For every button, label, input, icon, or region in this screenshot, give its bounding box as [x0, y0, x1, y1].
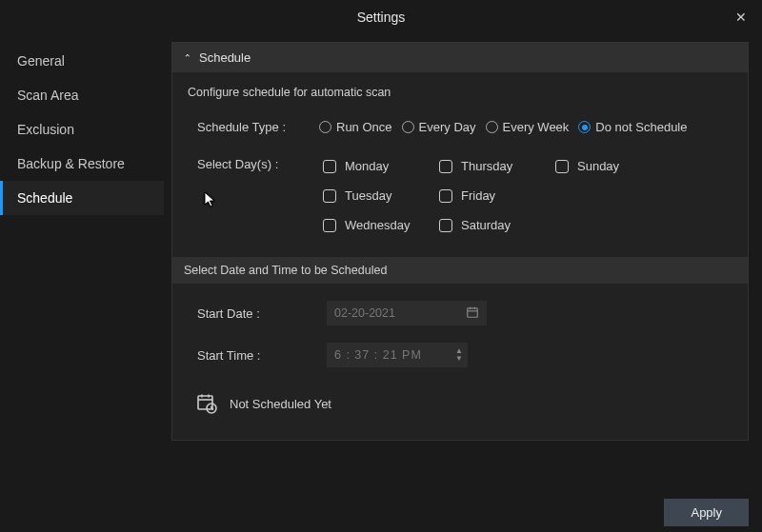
schedule-section-header[interactable]: ⌄ Schedule [172, 43, 748, 72]
radio-every-week[interactable]: Every Week [486, 120, 570, 134]
day-label-sunday: Sunday [577, 159, 619, 173]
checkbox-icon [323, 189, 336, 203]
day-label-thursday: Thursday [461, 159, 512, 173]
schedule-status-icon [195, 392, 218, 415]
chevron-up-icon: ⌄ [184, 52, 191, 63]
radio-icon [578, 121, 591, 133]
radio-label-do-not: Do not Schedule [595, 120, 687, 134]
checkbox-icon [323, 160, 336, 173]
schedule-type-group: Run Once Every Day Every Week Do no [319, 120, 692, 134]
time-spinner[interactable]: ▲ ▼ [455, 347, 464, 363]
schedule-panel: ⌄ Schedule Configure schedule for automa… [171, 42, 749, 441]
checkbox-wednesday[interactable]: Wednesday [323, 210, 439, 240]
day-label-wednesday: Wednesday [345, 218, 410, 232]
sidebar-item-exclusion[interactable]: Exclusion [0, 112, 164, 147]
checkbox-icon [555, 160, 569, 173]
day-label-saturday: Saturday [461, 218, 511, 232]
checkbox-icon [323, 219, 336, 232]
window-title: Settings [357, 10, 406, 25]
sidebar-item-scan-area[interactable]: Scan Area [0, 78, 164, 112]
checkbox-tuesday[interactable]: Tuesday [323, 181, 439, 210]
start-date-label: Start Date : [197, 306, 302, 321]
radio-icon [402, 121, 414, 133]
day-label-monday: Monday [345, 159, 389, 173]
radio-do-not-schedule[interactable]: Do not Schedule [578, 120, 687, 134]
sidebar-item-schedule[interactable]: Schedule [0, 181, 164, 215]
radio-icon [319, 121, 331, 133]
checkbox-icon [439, 189, 452, 203]
day-label-tuesday: Tuesday [345, 188, 391, 203]
start-date-value: 02-20-2021 [334, 306, 395, 320]
radio-label-every-week: Every Week [503, 120, 570, 134]
apply-button[interactable]: Apply [664, 499, 749, 526]
radio-label-run-once: Run Once [336, 120, 392, 134]
sidebar: General Scan Area Exclusion Backup & Res… [0, 34, 164, 532]
start-time-label: Start Time : [197, 348, 302, 363]
radio-every-day[interactable]: Every Day [402, 120, 476, 134]
start-time-input[interactable]: 6 : 37 : 21 PM ▲ ▼ [327, 343, 468, 367]
sidebar-item-backup-restore[interactable]: Backup & Restore [0, 147, 164, 181]
checkbox-friday[interactable]: Friday [439, 181, 555, 210]
radio-label-every-day: Every Day [419, 120, 476, 134]
spinner-down-icon[interactable]: ▼ [455, 355, 464, 363]
checkbox-monday[interactable]: Monday [323, 151, 439, 181]
datetime-section-header: Select Date and Time to be Scheduled [172, 257, 748, 284]
start-time-value: 6 : 37 : 21 PM [334, 348, 422, 362]
checkbox-sunday[interactable]: Sunday [555, 151, 660, 181]
checkbox-icon [439, 160, 452, 173]
checkbox-thursday[interactable]: Thursday [439, 151, 555, 181]
radio-run-once[interactable]: Run Once [319, 120, 392, 134]
start-date-input[interactable]: 02-20-2021 [327, 301, 487, 325]
schedule-type-label: Schedule Type : [197, 120, 300, 134]
schedule-subtitle: Configure schedule for automatic scan [188, 86, 732, 99]
schedule-header-label: Schedule [199, 50, 251, 65]
day-label-friday: Friday [461, 188, 495, 203]
close-icon[interactable]: ✕ [730, 8, 752, 27]
radio-icon [486, 121, 498, 133]
sidebar-item-general[interactable]: General [0, 44, 164, 78]
checkbox-saturday[interactable]: Saturday [439, 210, 555, 240]
schedule-status-text: Not Scheduled Yet [230, 397, 331, 411]
calendar-icon[interactable] [466, 305, 479, 322]
titlebar: Settings ✕ [0, 0, 762, 34]
checkbox-icon [439, 219, 452, 232]
svg-rect-4 [198, 396, 212, 409]
svg-rect-0 [468, 307, 478, 316]
select-days-label: Select Day(s) : [197, 151, 300, 171]
